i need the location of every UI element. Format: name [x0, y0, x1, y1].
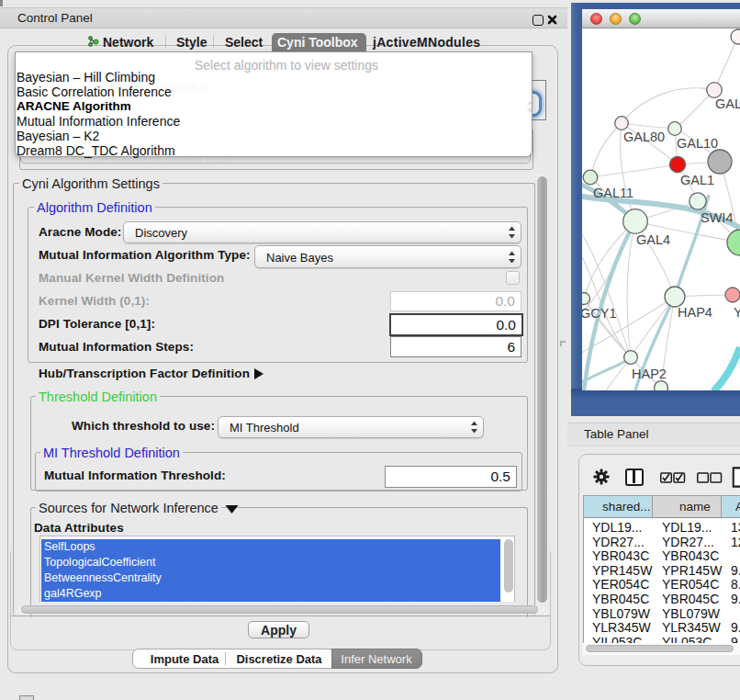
svg-text:GAL11: GAL11 [593, 186, 633, 200]
svg-text:GCY1: GCY1 [582, 306, 617, 321]
svg-text:HAP2: HAP2 [632, 367, 667, 381]
svg-text:YJ: YJ [734, 305, 740, 320]
svg-text:HAP4: HAP4 [678, 305, 712, 320]
svg-text:SWI4: SWI4 [701, 210, 733, 225]
svg-text:GAL1: GAL1 [680, 173, 714, 187]
svg-text:GAL80: GAL80 [623, 130, 665, 144]
svg-text:GAL10: GAL10 [677, 136, 718, 151]
svg-text:GAL4: GAL4 [636, 232, 670, 247]
svg-text:GAL2: GAL2 [715, 96, 740, 111]
